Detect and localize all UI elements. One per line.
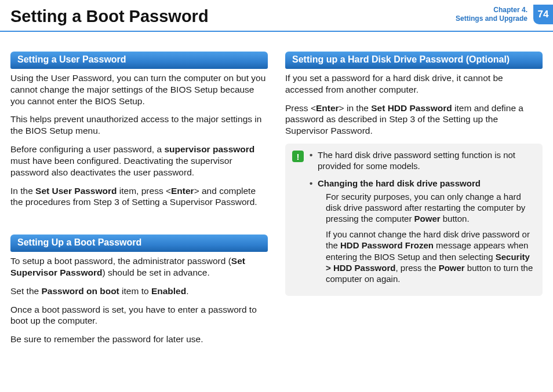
text-bold: Power [439,263,465,273]
body-text: Once a boot password is set, you have to… [10,304,268,327]
body-text: In the Set User Password item, press <En… [10,185,268,208]
text-bold: Enter [316,103,339,113]
body-text: Before configuring a user password, a su… [10,144,268,178]
caution-icon: ! [292,151,304,162]
right-column: Setting up a Hard Disk Drive Password (O… [285,52,543,352]
page-title: Setting a Boot Password [10,6,209,27]
text: item to [119,286,151,296]
text-bold: HDD Password Frozen [340,240,434,250]
text: must have been configured. Deactivating … [10,156,232,177]
chapter-line1: Chapter 4. [493,6,527,14]
body-text: This helps prevent unauthorized access t… [10,113,268,137]
chapter-label: Chapter 4. Settings and Upgrade [456,6,527,23]
text: item, press < [117,186,171,196]
text: To setup a boot password, the administra… [10,256,231,266]
page-header: Setting a Boot Password Chapter 4. Setti… [0,0,553,32]
body-text: Press <Enter> in the Set HDD Password it… [285,102,543,137]
callout-body: The hard disk drive password setting fun… [310,149,534,289]
content-columns: Setting a User Password Using the User P… [0,32,553,358]
text: ) should be set in advance. [103,268,210,277]
text-bold: Set User Password [35,186,117,196]
text: , press the [395,263,438,273]
text-bold: Power [414,214,441,224]
chapter-line2: Settings and Upgrade [456,14,527,23]
text: > in the [339,103,372,113]
text-bold: Enabled [151,286,186,296]
text: button. [441,214,470,224]
section-heading-boot-password: Setting Up a Boot Password [10,235,268,252]
text-bold: Password on boot [41,286,119,296]
text-bold: supervisor password [164,144,254,154]
body-text: To setup a boot password, the administra… [10,255,268,279]
text: In the [10,186,35,196]
text: The hard disk drive password setting fun… [318,150,515,171]
text-bold: Enter [171,186,194,196]
callout-item: The hard disk drive password setting fun… [310,149,534,171]
text: . [186,286,188,296]
callout-subtext: If you cannot change the hard disk drive… [318,229,534,284]
callout-subtext: For security purposes, you can only chan… [318,191,534,225]
text: Set the [10,286,41,296]
text-bold: Set HDD Password [371,103,452,113]
body-text: Be sure to remember the password for lat… [10,334,268,345]
spacer [10,215,268,235]
body-text: Set the Password on boot item to Enabled… [10,285,268,297]
section-heading-hdd-password: Setting up a Hard Disk Drive Password (O… [285,52,543,69]
body-text: Using the User Password, you can turn th… [10,72,268,107]
header-right: Chapter 4. Settings and Upgrade 74 [456,5,553,24]
text-bold: Changing the hard disk drive password [318,178,481,188]
page-number: 74 [533,5,553,24]
section-heading-user-password: Setting a User Password [10,52,268,69]
callout-box: ! The hard disk drive password setting f… [285,144,543,296]
left-column: Setting a User Password Using the User P… [10,52,268,352]
text: Before configuring a user password, a [10,144,164,154]
text: Press < [285,103,316,113]
callout-item: Changing the hard disk drive password Fo… [310,178,534,285]
body-text: If you set a password for a hard disk dr… [285,72,543,96]
